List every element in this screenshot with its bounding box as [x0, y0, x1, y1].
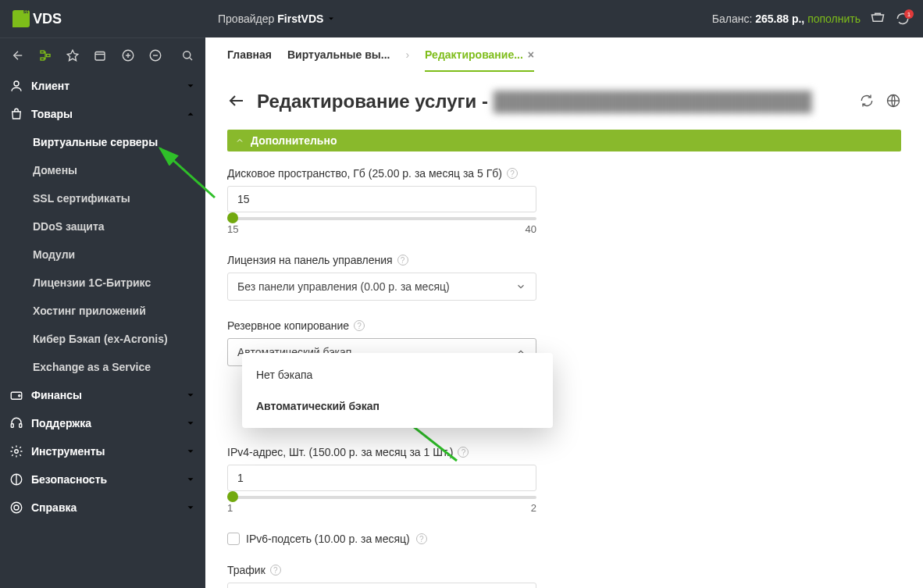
notifications-icon[interactable]: 1: [895, 11, 911, 27]
help-icon[interactable]: ?: [397, 255, 408, 265]
svg-line-13: [190, 57, 192, 59]
sidebar-item-modules[interactable]: Модули: [0, 241, 205, 269]
cart-icon[interactable]: [870, 11, 886, 27]
field-traffic: Трафик ? Неограниченный трафик 100 Мбит/…: [227, 564, 825, 588]
field-license: Лицензия на панель управления ? Без пане…: [227, 254, 825, 301]
chevron-down-icon: [185, 390, 196, 401]
ipv6-label: IPv6-подсеть (10.00 р. за месяц): [246, 533, 410, 545]
sidebar-label: Поддержка: [31, 417, 91, 429]
disk-value-input[interactable]: 15: [227, 186, 536, 212]
breadcrumb-separator: ›: [405, 48, 409, 61]
chevron-up-icon: [185, 109, 196, 119]
calendar-icon[interactable]: [91, 45, 110, 66]
svg-rect-3: [46, 54, 50, 56]
back-arrow-icon[interactable]: [227, 91, 246, 112]
logo[interactable]: VDS: [12, 10, 62, 27]
page-title-row: Редактирование услуги - ████████████████…: [227, 91, 901, 112]
gear-icon: [9, 444, 23, 458]
topup-link[interactable]: пополнить: [807, 12, 861, 25]
field-ipv4: IPv4-адрес, Шт. (150.00 р. за месяц за 1…: [227, 446, 825, 514]
chevron-down-icon: [185, 80, 196, 91]
field-disk: Дисковое пространство, Гб (25.00 р. за м…: [227, 167, 825, 235]
help-icon[interactable]: ?: [458, 447, 469, 458]
sidebar-item-ddos[interactable]: DDoS защита: [0, 212, 205, 241]
sidebar-group-tools[interactable]: Инструменты: [0, 437, 205, 465]
license-label: Лицензия на панель управления: [227, 254, 393, 266]
back-icon[interactable]: [8, 45, 27, 66]
chevron-up-icon: [235, 136, 244, 145]
provider-selector[interactable]: Провайдер FirstVDS: [218, 12, 336, 25]
svg-rect-2: [41, 58, 45, 60]
sidebar-group-security[interactable]: Безопасность: [0, 465, 205, 494]
sidebar-label: Справка: [31, 501, 77, 514]
tabs-bar: Главная Виртуальные вы... › Редактирован…: [205, 37, 923, 72]
field-ipv6: IPv6-подсеть (10.00 р. за месяц) ?: [227, 533, 825, 545]
globe-icon[interactable]: [886, 93, 901, 111]
tab-editing[interactable]: Редактирование... ×: [425, 37, 534, 72]
sidebar-label: Клиент: [31, 80, 69, 92]
help-icon[interactable]: ?: [416, 533, 427, 544]
tab-main[interactable]: Главная: [227, 37, 272, 72]
traffic-select[interactable]: Неограниченный трафик 100 Мбит/c: [227, 583, 536, 588]
lifebuoy-icon: [9, 501, 23, 515]
sidebar-item-virtual-servers[interactable]: Виртуальные серверы: [0, 128, 205, 156]
svg-rect-1: [41, 51, 45, 53]
tree-icon[interactable]: [35, 45, 55, 66]
chevron-down-icon: [185, 418, 196, 429]
sidebar: Клиент Товары Виртуальные серверы Домены…: [0, 37, 205, 588]
backup-option-none[interactable]: Нет бэкапа: [242, 359, 553, 390]
app-header: VDS Провайдер FirstVDS Баланс: 265.88 р.…: [0, 0, 923, 37]
refresh-icon[interactable]: [859, 93, 875, 111]
plus-icon[interactable]: [118, 45, 137, 66]
backup-option-auto[interactable]: Автоматический бэкап: [242, 390, 553, 422]
ipv4-slider[interactable]: [227, 496, 536, 499]
sidebar-group-finance[interactable]: Финансы: [0, 381, 205, 409]
balance-area: Баланс: 265.88 р., пополнить 1: [712, 11, 911, 27]
minus-icon[interactable]: [145, 45, 165, 66]
star-icon[interactable]: [63, 45, 83, 66]
license-select[interactable]: Без панели управления (0.00 р. за месяц): [227, 273, 536, 301]
close-tab-icon[interactable]: ×: [528, 48, 534, 61]
svg-rect-5: [95, 52, 105, 60]
backup-label: Резервное копирование: [227, 319, 349, 332]
sidebar-item-cyber-backup[interactable]: Кибер Бэкап (ex-Acronis): [0, 325, 205, 353]
ipv4-min: 1: [227, 502, 233, 514]
traffic-label: Трафик: [227, 564, 265, 576]
sidebar-group-products[interactable]: Товары: [0, 100, 205, 128]
disk-slider[interactable]: [227, 217, 536, 220]
svg-point-19: [15, 450, 19, 454]
sidebar-item-domains[interactable]: Домены: [0, 156, 205, 184]
provider-name: FirstVDS: [277, 12, 323, 25]
ipv4-value-input[interactable]: 1: [227, 465, 536, 491]
search-icon[interactable]: [178, 45, 198, 66]
disk-max: 40: [526, 223, 536, 235]
svg-point-14: [14, 81, 19, 86]
sidebar-item-app-hosting[interactable]: Хостинг приложений: [0, 297, 205, 325]
logo-text: VDS: [33, 11, 62, 27]
chevron-down-icon: [326, 14, 336, 23]
svg-point-21: [11, 502, 22, 513]
help-icon[interactable]: ?: [507, 168, 518, 179]
chevron-down-icon: [185, 474, 196, 485]
sidebar-label: Безопасность: [31, 473, 107, 486]
sidebar-item-bitrix[interactable]: Лицензии 1С-Битрикс: [0, 269, 205, 297]
sidebar-group-support[interactable]: Поддержка: [0, 409, 205, 437]
main-content: Главная Виртуальные вы... › Редактирован…: [205, 37, 923, 588]
sidebar-item-exchange[interactable]: Exchange as a Service: [0, 353, 205, 381]
ipv6-checkbox[interactable]: [227, 533, 240, 545]
svg-point-22: [14, 505, 19, 510]
sidebar-item-ssl[interactable]: SSL сертификаты: [0, 184, 205, 212]
user-icon: [9, 79, 23, 93]
sidebar-toolbar: [0, 37, 205, 72]
section-header[interactable]: Дополнительно: [227, 130, 901, 151]
balance-prefix: Баланс:: [712, 12, 753, 25]
disk-label: Дисковое пространство, Гб (25.00 р. за м…: [227, 167, 502, 180]
help-icon[interactable]: ?: [270, 565, 281, 576]
sidebar-group-help[interactable]: Справка: [0, 494, 205, 522]
tab-virtual-servers[interactable]: Виртуальные вы...: [287, 37, 390, 72]
sidebar-label: Инструменты: [31, 445, 105, 458]
balance-value: 265.88 р.,: [755, 12, 804, 25]
sidebar-group-client[interactable]: Клиент: [0, 72, 205, 100]
help-icon[interactable]: ?: [354, 320, 365, 331]
disk-min: 15: [227, 223, 238, 235]
